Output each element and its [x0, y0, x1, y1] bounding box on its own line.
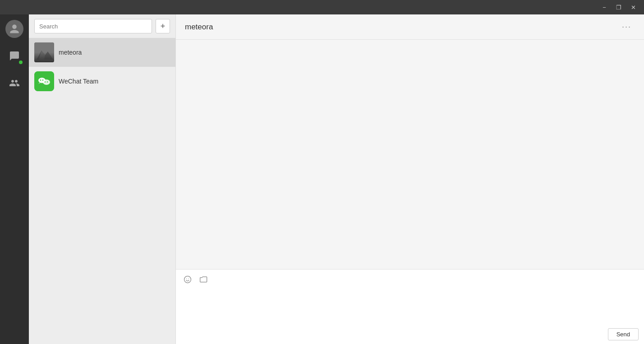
- svg-rect-0: [34, 42, 54, 62]
- svg-point-13: [189, 279, 189, 279]
- svg-point-11: [184, 276, 191, 283]
- chat-name-wechat-team: WeChat Team: [59, 78, 98, 85]
- chat-list-panel: + meteora: [29, 14, 176, 344]
- emoji-icon: [183, 275, 192, 284]
- user-avatar-icon: [9, 23, 20, 34]
- input-area: Send: [176, 269, 644, 344]
- app-body: + meteora: [0, 14, 644, 344]
- titlebar: − ❐ ✕: [0, 0, 644, 14]
- chat-title: meteora: [185, 23, 213, 32]
- search-input[interactable]: [34, 19, 152, 33]
- folder-button[interactable]: [198, 273, 210, 286]
- input-footer: Send: [181, 325, 639, 344]
- chat-avatar-meteora: [34, 42, 54, 62]
- svg-point-5: [43, 79, 50, 85]
- emoji-button[interactable]: [181, 273, 194, 286]
- chat-name-meteora: meteora: [59, 49, 82, 56]
- input-toolbar: [181, 273, 639, 288]
- minimize-button[interactable]: −: [597, 0, 612, 14]
- close-button[interactable]: ✕: [626, 0, 640, 14]
- svg-point-8: [45, 81, 46, 82]
- sidebar-item-contacts[interactable]: [5, 74, 23, 92]
- sidebar-item-chats[interactable]: [5, 47, 23, 65]
- folder-icon: [199, 275, 208, 284]
- send-button[interactable]: Send: [608, 328, 639, 340]
- add-chat-button[interactable]: +: [156, 19, 170, 33]
- svg-point-6: [40, 79, 41, 80]
- messages-area: [176, 40, 644, 269]
- user-avatar[interactable]: [5, 20, 23, 38]
- chat-header: meteora ···: [176, 14, 644, 40]
- online-indicator: [18, 60, 23, 65]
- sidebar: [0, 14, 29, 344]
- restore-button[interactable]: ❐: [612, 0, 626, 14]
- chat-item-meteora[interactable]: meteora: [29, 38, 175, 67]
- chat-list: meteora: [29, 38, 175, 344]
- chat-avatar-wechat-team: [34, 71, 54, 91]
- chat-item-wechat-team[interactable]: WeChat Team: [29, 67, 175, 96]
- chat-main: meteora ···: [176, 14, 644, 344]
- svg-point-7: [42, 79, 43, 80]
- svg-point-9: [47, 81, 48, 82]
- chat-list-header: +: [29, 14, 175, 38]
- message-input[interactable]: [181, 288, 639, 324]
- chat-more-button[interactable]: ···: [618, 20, 635, 33]
- svg-point-12: [186, 279, 187, 279]
